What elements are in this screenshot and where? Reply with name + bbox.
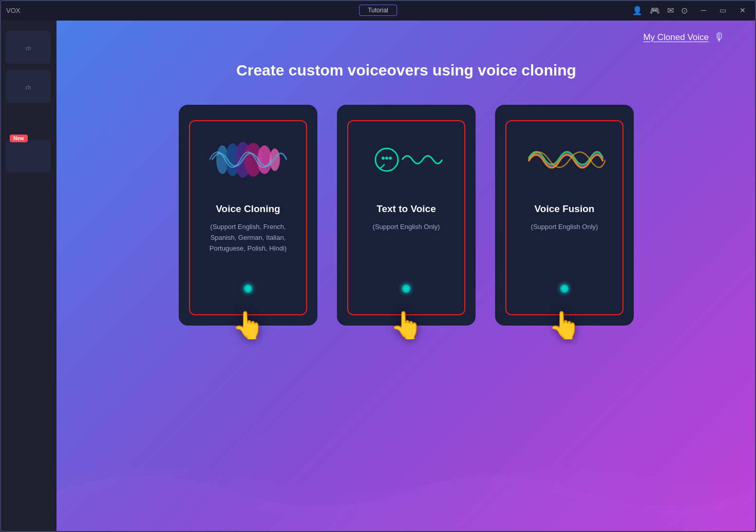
close-button[interactable]: ✕ <box>738 6 748 14</box>
minimize-button[interactable]: ─ <box>699 6 708 14</box>
voice-cloning-subtitle: (Support English, French, Spanish, Germa… <box>198 222 298 254</box>
window-controls: ─ ▭ ✕ <box>699 6 748 14</box>
voice-cloning-inner: Voice Cloning (Support English, French, … <box>189 120 307 315</box>
titlebar-icons: 👤 🎮 ✉ ⊙ ─ ▭ ✕ <box>632 6 756 15</box>
mail-icon[interactable]: ✉ <box>667 6 674 15</box>
text-to-voice-icon <box>365 142 447 178</box>
voice-cloning-card[interactable]: Voice Cloning (Support English, French, … <box>179 105 317 326</box>
voice-fusion-icon <box>523 142 606 178</box>
voice-fusion-subtitle: (Support English Only) <box>531 222 598 233</box>
sidebar-label-2: ch <box>26 85 31 90</box>
titlebar: VOX Tutorial 👤 🎮 ✉ ⊙ ─ ▭ ✕ <box>0 0 756 21</box>
voice-fusion-inner: Voice Fusion (Support English Only) <box>505 120 623 315</box>
settings-icon[interactable]: ⊙ <box>681 6 688 15</box>
bottom-waves <box>56 450 756 532</box>
voice-fusion-card[interactable]: Voice Fusion (Support English Only) 👆 <box>495 105 634 326</box>
cards-container: Voice Cloning (Support English, French, … <box>56 105 756 326</box>
main-heading: Create custom voiceovers using voice clo… <box>56 62 756 79</box>
text-to-voice-subtitle: (Support English Only) <box>373 222 440 233</box>
cursor-dot-2 <box>402 284 410 293</box>
cursor-dot-1 <box>244 284 252 293</box>
maximize-button[interactable]: ▭ <box>717 6 728 14</box>
sidebar-item-new[interactable]: New <box>6 140 51 173</box>
tutorial-button[interactable]: Tutorial <box>359 5 397 16</box>
sidebar-item-1[interactable]: ch <box>6 31 51 64</box>
svg-point-9 <box>389 157 392 160</box>
text-to-voice-card[interactable]: Text to Voice (Support English Only) 👆 <box>337 105 476 326</box>
voice-fusion-title: Voice Fusion <box>535 203 595 215</box>
sidebar-label-1: ch <box>26 46 31 51</box>
gamepad-icon[interactable]: 🎮 <box>650 6 660 15</box>
text-to-voice-inner: Text to Voice (Support English Only) <box>347 120 465 315</box>
app-logo: VOX <box>0 7 26 14</box>
voice-fusion-icon-area <box>523 137 606 183</box>
voice-cloning-icon-area <box>207 137 289 183</box>
svg-point-7 <box>382 157 385 160</box>
sidebar: ch ch New <box>0 21 56 532</box>
svg-point-4 <box>257 145 272 174</box>
microphone-icon[interactable]: 🎙 <box>714 31 725 44</box>
text-to-voice-title: Text to Voice <box>376 203 436 215</box>
top-right-area: My Cloned Voice 🎙 <box>643 31 725 44</box>
sidebar-item-2[interactable]: ch <box>6 70 51 103</box>
svg-point-8 <box>385 157 388 160</box>
new-badge: New <box>10 135 28 142</box>
voice-waveform-icon <box>207 142 289 178</box>
main-content: My Cloned Voice 🎙 Create custom voiceove… <box>56 21 756 532</box>
cursor-dot-3 <box>560 284 569 293</box>
voice-cloning-title: Voice Cloning <box>216 203 280 215</box>
user-icon[interactable]: 👤 <box>632 6 642 15</box>
cloned-voice-link[interactable]: My Cloned Voice <box>643 32 709 43</box>
text-to-voice-icon-area <box>365 137 447 183</box>
